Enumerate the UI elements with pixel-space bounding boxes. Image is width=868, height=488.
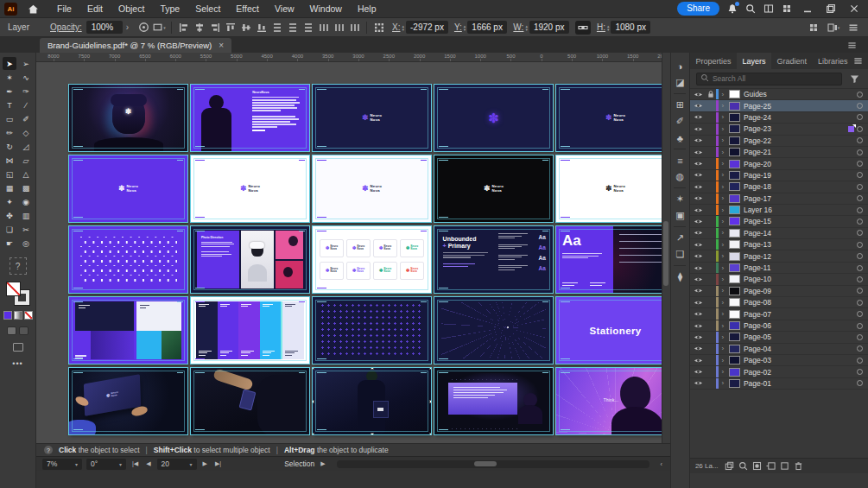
- artboard-25[interactable]: Think...: [556, 368, 670, 434]
- field-value[interactable]: 1920 px: [529, 21, 569, 34]
- expand-chevron-icon[interactable]: ›: [719, 252, 727, 260]
- eyedropper-tool[interactable]: ✦: [3, 195, 16, 208]
- layer-row-guides[interactable]: ›Guides: [690, 89, 868, 100]
- visibility-eye-icon[interactable]: [694, 112, 706, 122]
- layer-row-page-04[interactable]: ›Page-04: [690, 344, 868, 355]
- previous-artboard-button[interactable]: ◀: [144, 460, 152, 467]
- expand-chevron-icon[interactable]: ›: [719, 149, 727, 156]
- layer-thumbnail[interactable]: [729, 148, 740, 156]
- expand-chevron-icon[interactable]: ›: [719, 113, 727, 121]
- align-top-icon[interactable]: [223, 20, 238, 35]
- panel-menu-icon[interactable]: [853, 53, 868, 69]
- artboard-10[interactable]: ✽NeuroNova: [556, 155, 670, 222]
- layer-thumbnail[interactable]: [729, 90, 740, 98]
- align-bottom-icon[interactable]: [254, 20, 269, 35]
- target-circle-icon[interactable]: [857, 358, 863, 364]
- field-label[interactable]: X:: [392, 22, 400, 32]
- layer-row-page-25[interactable]: ›Page-25: [690, 100, 868, 111]
- expand-chevron-icon[interactable]: ›: [719, 183, 727, 191]
- visibility-eye-icon[interactable]: [694, 124, 706, 134]
- artboards-icon[interactable]: ⊞: [671, 97, 689, 113]
- share-button[interactable]: Share: [677, 2, 719, 16]
- expand-chevron-icon[interactable]: ›: [719, 229, 727, 237]
- field-value[interactable]: 1666 px: [467, 21, 507, 34]
- layer-thumbnail[interactable]: [729, 229, 740, 238]
- target-circle-icon[interactable]: [857, 172, 863, 178]
- layer-thumbnail[interactable]: [729, 113, 740, 122]
- artboard-14[interactable]: Unbounded+PrimaryAaAaAaAa: [434, 226, 553, 293]
- layer-thumbnail[interactable]: [729, 287, 740, 295]
- artboard-12[interactable]: Photo Direction: [191, 226, 309, 293]
- canvas[interactable]: 8000750070006500600055005000450040003500…: [36, 53, 670, 443]
- target-circle-icon[interactable]: [857, 161, 863, 167]
- layer-name[interactable]: Page-15: [744, 217, 857, 225]
- blend-tool[interactable]: ◉: [19, 195, 33, 208]
- visibility-eye-icon[interactable]: [694, 159, 706, 168]
- first-artboard-button[interactable]: |◀: [130, 460, 140, 467]
- target-circle-icon[interactable]: [857, 126, 863, 132]
- expand-chevron-icon[interactable]: ›: [719, 91, 727, 98]
- none-button[interactable]: [24, 311, 33, 320]
- swatches-icon[interactable]: ◪: [671, 74, 689, 91]
- layer-name[interactable]: Page-21: [744, 148, 857, 156]
- layer-thumbnail[interactable]: [729, 252, 740, 261]
- artboard-19[interactable]: [434, 297, 553, 364]
- target-circle-icon[interactable]: [857, 276, 863, 282]
- export-icon[interactable]: ↗: [671, 230, 689, 246]
- visibility-eye-icon[interactable]: [694, 286, 706, 295]
- align-right-icon[interactable]: [207, 20, 222, 35]
- target-circle-icon[interactable]: [857, 380, 863, 386]
- artboard-6[interactable]: ✽NeuroNova: [69, 155, 187, 222]
- layer-name[interactable]: Page-08: [744, 298, 857, 307]
- layer-thumbnail[interactable]: [729, 171, 740, 180]
- artboard-21[interactable]: ✽NeuroNova: [69, 368, 187, 434]
- selection-handle[interactable]: [313, 433, 314, 434]
- visibility-eye-icon[interactable]: [694, 182, 706, 192]
- visibility-eye-icon[interactable]: [694, 378, 706, 388]
- layer-name[interactable]: Page-23: [744, 124, 848, 133]
- brushes-icon[interactable]: ✐: [671, 113, 689, 130]
- app-logo-icon[interactable]: Ai: [4, 3, 17, 16]
- expand-chevron-icon[interactable]: ›: [719, 310, 727, 318]
- layer-thumbnail[interactable]: [729, 310, 740, 319]
- lasso-tool[interactable]: ∿: [19, 71, 33, 84]
- layer-row-page-03[interactable]: ›Page-03: [690, 355, 868, 366]
- asset-export-icon[interactable]: ❏: [671, 246, 689, 263]
- home-icon[interactable]: [23, 3, 42, 15]
- shape-builder-tool[interactable]: ◱: [3, 168, 16, 181]
- visibility-eye-icon[interactable]: [694, 309, 706, 319]
- layer-thumbnail[interactable]: [729, 194, 740, 203]
- visibility-eye-icon[interactable]: [694, 136, 706, 145]
- horizontal-scrollbar-thumb[interactable]: [474, 461, 497, 466]
- symbol-sprayer-tool[interactable]: ✤: [3, 209, 16, 222]
- selection-handle[interactable]: [429, 368, 431, 370]
- tab-close-icon[interactable]: ×: [219, 41, 224, 50]
- layer-name[interactable]: Page-13: [744, 240, 857, 249]
- constrain-proportions-icon[interactable]: [575, 21, 591, 35]
- visibility-eye-icon[interactable]: [694, 228, 706, 238]
- opacity-label[interactable]: Opacity:: [50, 22, 82, 32]
- gradient-button[interactable]: [14, 311, 22, 320]
- layer-thumbnail[interactable]: [729, 182, 740, 191]
- layer-thumbnail[interactable]: [729, 333, 740, 341]
- layer-row-page-17[interactable]: ›Page-17: [690, 193, 868, 205]
- artboard-22[interactable]: [191, 368, 309, 434]
- stepper-icon[interactable]: [464, 24, 466, 31]
- layer-thumbnail[interactable]: [729, 275, 740, 283]
- layer-row-page-12[interactable]: ›Page-12: [690, 250, 868, 262]
- layer-row-page-09[interactable]: ›Page-09: [690, 286, 868, 297]
- zoom-tool[interactable]: ◎: [19, 237, 33, 250]
- layer-name[interactable]: Page-22: [744, 136, 857, 145]
- field-value[interactable]: -2972 px: [406, 21, 448, 34]
- layer-name[interactable]: Layer 16: [744, 206, 857, 214]
- menu-help[interactable]: Help: [350, 0, 384, 17]
- align-left-icon[interactable]: [176, 20, 191, 35]
- target-circle-icon[interactable]: [857, 230, 863, 236]
- visibility-eye-icon[interactable]: [694, 206, 706, 215]
- artboard-15[interactable]: Aa: [556, 226, 670, 293]
- artboard-4[interactable]: ✽: [434, 85, 553, 151]
- layer-thumbnail[interactable]: [729, 217, 740, 225]
- target-circle-icon[interactable]: [857, 300, 863, 306]
- menu-edit[interactable]: Edit: [79, 0, 111, 17]
- layer-name[interactable]: Page-05: [744, 333, 857, 341]
